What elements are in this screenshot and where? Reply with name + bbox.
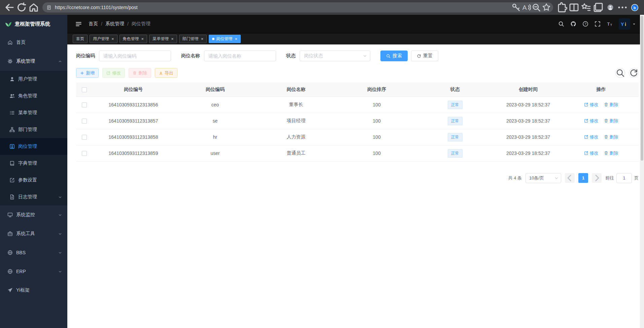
reload-button[interactable] — [16, 2, 27, 13]
export-button[interactable]: 导出 — [155, 68, 177, 78]
row-delete-button[interactable]: 删除 — [604, 118, 618, 124]
key-button[interactable] — [511, 3, 521, 12]
site-info-icon[interactable] — [46, 5, 52, 10]
sidebar-item-post-admin[interactable]: 岗位管理 — [0, 138, 67, 155]
download-icon — [159, 71, 163, 75]
status-badge: 正常 — [448, 133, 463, 141]
menu-label: 系统监控 — [16, 212, 55, 218]
home-button[interactable] — [28, 2, 39, 13]
tab-label: 首页 — [76, 36, 84, 42]
page-1-button[interactable]: 1 — [578, 173, 588, 183]
more-button[interactable] — [617, 2, 628, 13]
row-edit-button[interactable]: 修改 — [584, 118, 599, 124]
sidebar-item-param-settings[interactable]: 参数设置 — [0, 172, 67, 189]
browser-nav-buttons — [4, 2, 39, 13]
add-button[interactable]: 新增 — [76, 68, 99, 78]
tab-menu-admin[interactable]: 菜单管理× — [149, 35, 177, 43]
profile-button[interactable] — [605, 2, 616, 13]
status-select[interactable]: 岗位状态 — [300, 51, 370, 61]
tab-post-admin[interactable]: 岗位管理× — [209, 35, 241, 43]
search-button[interactable]: 搜索 — [380, 51, 408, 61]
tab-dept-admin[interactable]: 部门管理× — [179, 35, 207, 43]
select-all-checkbox[interactable] — [82, 87, 87, 92]
list-icon — [9, 110, 15, 116]
tab-home[interactable]: 首页 — [73, 35, 88, 43]
browser-scrollbar[interactable] — [640, 15, 644, 328]
sidebar-item-dept-admin[interactable]: 部门管理 — [0, 121, 67, 138]
user-menu[interactable]: Yi — [619, 18, 636, 30]
post-code-input[interactable] — [99, 51, 171, 61]
tab-user-admin[interactable]: 用户管理× — [90, 35, 117, 43]
sidebar-item-bbs[interactable]: BBS — [0, 243, 67, 262]
sidebar-item-dict-admin[interactable]: 字典管理 — [0, 155, 67, 172]
collections-button[interactable] — [593, 2, 604, 13]
split-screen-button[interactable] — [569, 2, 579, 13]
breadcrumb-item[interactable]: 首页 — [89, 21, 98, 27]
sidebar-item-menu-admin[interactable]: 菜单管理 — [0, 104, 67, 121]
row-checkbox[interactable] — [82, 135, 87, 140]
chevron-down-icon — [58, 270, 62, 273]
github-button[interactable] — [570, 21, 576, 27]
address-bar[interactable]: https://ccnetcore.com:1101/system/post A — [42, 2, 553, 12]
sidebar-item-system-admin[interactable]: 系统管理 — [0, 52, 67, 71]
scrollbar-thumb[interactable] — [641, 16, 643, 161]
add-button-label: 新增 — [86, 70, 95, 76]
tab-close-icon[interactable]: × — [201, 37, 204, 41]
delete-button[interactable]: 删除 — [129, 68, 151, 78]
tab-close-icon[interactable]: × — [235, 37, 237, 41]
column-header: 创建时间 — [493, 83, 564, 97]
row-checkbox[interactable] — [82, 151, 87, 156]
sidebar-item-log-admin[interactable]: 日志管理 — [0, 189, 67, 205]
sidebar-item-erp[interactable]: ERP — [0, 262, 67, 281]
sidebar-item-user-admin[interactable]: 用户管理 — [0, 71, 67, 88]
row-delete-button[interactable]: 删除 — [604, 102, 618, 108]
reset-button[interactable]: 重置 — [411, 51, 438, 61]
row-edit-button[interactable]: 修改 — [584, 102, 599, 108]
sidebar-item-system-tools[interactable]: 系统工具 — [0, 224, 67, 243]
read-aloud-button[interactable]: A — [521, 3, 531, 12]
favorite-star-button[interactable] — [542, 3, 551, 12]
sidebar-toggle-button[interactable] — [75, 21, 82, 27]
globe-icon — [7, 250, 13, 255]
sidebar-item-home[interactable]: 首页 — [0, 33, 67, 52]
page-content: 岗位编码 岗位名称 状态 岗位状态 搜索 — [67, 44, 644, 328]
help-button[interactable]: ? — [582, 21, 588, 27]
goto-page-input[interactable] — [616, 173, 632, 183]
row-select-cell — [76, 129, 92, 145]
page-size-select[interactable]: 10条/页 — [526, 173, 561, 183]
sidebar-item-role-admin[interactable]: 角色管理 — [0, 88, 67, 104]
tab-close-icon[interactable]: × — [111, 37, 114, 41]
next-page-button[interactable] — [592, 173, 602, 183]
font-size-button[interactable]: TT — [607, 21, 613, 27]
row-delete-button[interactable]: 删除 — [604, 134, 618, 140]
row-checkbox[interactable] — [82, 102, 87, 107]
row-delete-button[interactable]: 删除 — [604, 150, 618, 156]
row-edit-button[interactable]: 修改 — [584, 150, 599, 156]
tab-close-icon[interactable]: × — [141, 37, 144, 41]
url-text[interactable]: https://ccnetcore.com:1101/system/post — [55, 5, 511, 10]
favorites-bar-button[interactable] — [581, 2, 591, 13]
post-name-input[interactable] — [204, 51, 276, 61]
toggle-search-button[interactable] — [615, 68, 625, 78]
prev-page-button[interactable] — [565, 173, 575, 183]
fullscreen-button[interactable] — [595, 21, 601, 27]
row-checkbox[interactable] — [82, 119, 87, 124]
search-button[interactable] — [558, 21, 564, 27]
sidebar-item-yi-framework[interactable]: Yi框架 — [0, 281, 67, 300]
sidebar-item-system-monitor[interactable]: 系统监控 — [0, 205, 67, 224]
zoom-button[interactable] — [532, 3, 541, 12]
user-icon — [9, 76, 15, 82]
refresh-table-button[interactable] — [629, 68, 639, 78]
cell-created: 2023-03-29 18:52:37 — [493, 145, 564, 161]
copilot-button[interactable]: b — [629, 2, 640, 13]
breadcrumb-item[interactable]: 系统管理 — [105, 21, 124, 27]
tab-close-icon[interactable]: × — [171, 37, 174, 41]
row-edit-button[interactable]: 修改 — [584, 134, 599, 140]
cell-actions: 修改删除 — [564, 129, 639, 145]
menu-label: 部门管理 — [18, 127, 62, 133]
edit-button[interactable]: 修改 — [102, 68, 125, 78]
tab-role-admin[interactable]: 角色管理× — [120, 35, 147, 43]
back-button[interactable] — [4, 2, 15, 13]
menu-label: 参数设置 — [18, 177, 62, 183]
extensions-button[interactable] — [556, 2, 567, 13]
